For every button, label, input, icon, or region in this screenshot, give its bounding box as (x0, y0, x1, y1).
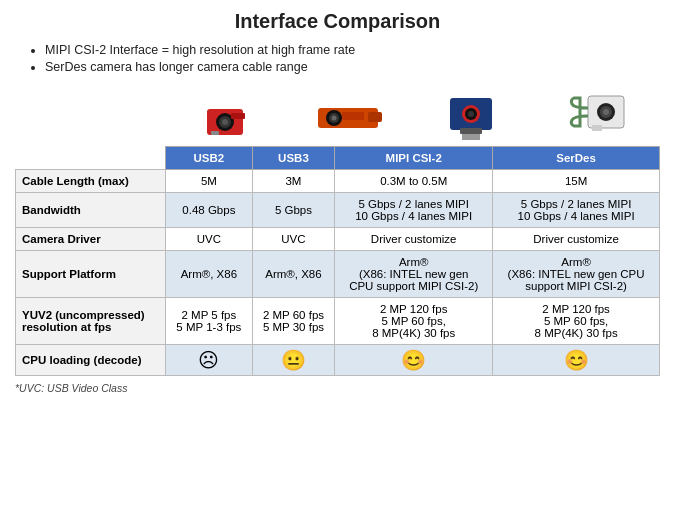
table-row: Cable Length (max)5M3M0.3M to 0.5M15M (16, 170, 660, 193)
row-label: Bandwidth (16, 193, 166, 228)
camera-mipi-image (413, 86, 537, 146)
svg-rect-17 (462, 134, 480, 140)
table-row: CPU loading (decode)☹😐😊😊 (16, 345, 660, 376)
row-cell: 15M (493, 170, 660, 193)
smiley-icon: 😊 (564, 349, 589, 371)
table-row: YUV2 (uncompressed)resolution at fps2 MP… (16, 298, 660, 345)
row-cell: Arm®(X86: INTEL new genCPU support MIPI … (335, 251, 493, 298)
smiley-icon: 😐 (281, 349, 306, 371)
row-cell: Driver customize (493, 228, 660, 251)
svg-rect-16 (460, 128, 482, 134)
col-header-mipi: MIPI CSI-2 (335, 147, 493, 170)
bullet-item-2: SerDes camera has longer camera cable ra… (45, 60, 660, 74)
row-label: YUV2 (uncompressed)resolution at fps (16, 298, 166, 345)
camera-usb3-image (289, 86, 413, 146)
row-cell: 0.48 Gbps (166, 193, 253, 228)
svg-rect-22 (592, 125, 602, 131)
svg-point-15 (468, 111, 474, 117)
footnote: *UVC: USB Video Class (15, 382, 660, 394)
row-cell: 5M (166, 170, 253, 193)
row-label: Cable Length (max) (16, 170, 166, 193)
svg-rect-5 (211, 131, 219, 135)
row-cell: 2 MP 120 fps5 MP 60 fps,8 MP(4K) 30 fps (335, 298, 493, 345)
row-cell: 2 MP 5 fps5 MP 1-3 fps (166, 298, 253, 345)
smiley-icon: ☹ (198, 349, 219, 371)
bullet-item-1: MIPI CSI-2 Interface = high resolution a… (45, 43, 660, 57)
row-cell: 3M (252, 170, 334, 193)
row-cell: UVC (252, 228, 334, 251)
col-header-usb3: USB3 (252, 147, 334, 170)
table-row: Camera DriverUVCUVCDriver customizeDrive… (16, 228, 660, 251)
row-cell: 😊 (335, 345, 493, 376)
svg-point-21 (603, 109, 609, 115)
row-cell: 0.3M to 0.5M (335, 170, 493, 193)
col-header-empty (16, 147, 166, 170)
bullet-list: MIPI CSI-2 Interface = high resolution a… (45, 43, 660, 74)
table-row: Support PlatformArm®, X86Arm®, X86Arm®(X… (16, 251, 660, 298)
col-header-serdes: SerDes (493, 147, 660, 170)
row-cell: 5 Gbps / 2 lanes MIPI10 Gbps / 4 lanes M… (493, 193, 660, 228)
row-cell: ☹ (166, 345, 253, 376)
svg-rect-4 (231, 113, 245, 119)
row-cell: 😐 (252, 345, 334, 376)
svg-point-9 (331, 115, 336, 120)
page-title: Interface Comparison (15, 10, 660, 33)
camera-serdes-image (536, 86, 660, 146)
svg-rect-10 (368, 112, 382, 122)
row-cell: 5 Gbps / 2 lanes MIPI10 Gbps / 4 lanes M… (335, 193, 493, 228)
svg-point-3 (222, 119, 228, 125)
camera-usb2-image (165, 86, 289, 146)
row-label: Support Platform (16, 251, 166, 298)
row-cell: UVC (166, 228, 253, 251)
row-cell: 2 MP 60 fps5 MP 30 fps (252, 298, 334, 345)
camera-images-row (15, 86, 660, 146)
row-label: CPU loading (decode) (16, 345, 166, 376)
row-label: Camera Driver (16, 228, 166, 251)
svg-rect-11 (342, 112, 364, 120)
smiley-icon: 😊 (401, 349, 426, 371)
row-cell: 😊 (493, 345, 660, 376)
row-cell: Driver customize (335, 228, 493, 251)
row-cell: Arm®(X86: INTEL new gen CPUsupport MIPI … (493, 251, 660, 298)
col-header-usb2: USB2 (166, 147, 253, 170)
row-cell: 2 MP 120 fps5 MP 60 fps,8 MP(4K) 30 fps (493, 298, 660, 345)
row-cell: 5 Gbps (252, 193, 334, 228)
table-row: Bandwidth0.48 Gbps5 Gbps5 Gbps / 2 lanes… (16, 193, 660, 228)
comparison-table: USB2 USB3 MIPI CSI-2 SerDes Cable Length… (15, 146, 660, 376)
row-cell: Arm®, X86 (166, 251, 253, 298)
row-cell: Arm®, X86 (252, 251, 334, 298)
